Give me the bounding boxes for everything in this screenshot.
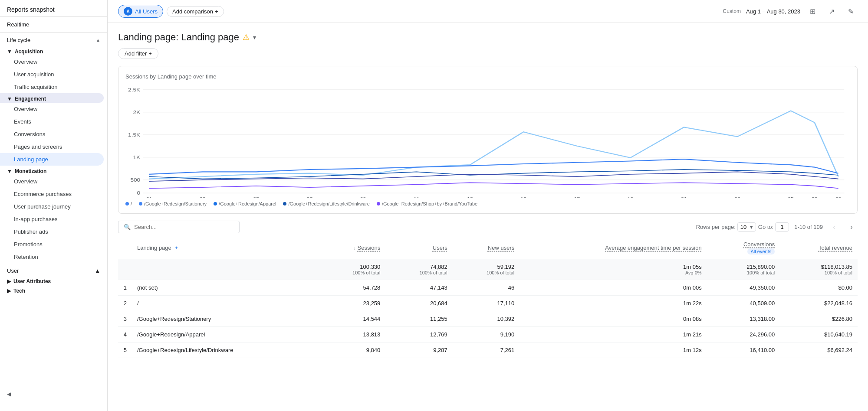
sidebar-realtime[interactable]: Realtime xyxy=(0,17,107,33)
filter-row: Add filter + xyxy=(118,48,858,59)
sidebar-item-inapp-purchases[interactable]: In-app purchases xyxy=(0,213,104,225)
page-title-text: Landing page: Landing page xyxy=(118,32,239,43)
tech-label: Tech xyxy=(13,288,25,294)
sidebar-item-conversions[interactable]: Conversions xyxy=(0,128,104,140)
all-users-chip[interactable]: A All Users xyxy=(118,5,163,18)
search-icon: 🔍 xyxy=(124,224,131,230)
customize-report-icon[interactable]: ⊞ xyxy=(806,4,819,18)
engagement-group[interactable]: ▼ Engagement xyxy=(0,93,104,103)
plus-icon: + xyxy=(215,8,218,15)
avatar: A xyxy=(124,7,132,16)
row-conversions: 16,410.00 xyxy=(707,342,780,358)
acquisition-label: Acquisition xyxy=(15,49,43,55)
rows-per-page-select[interactable]: 10 25 50 xyxy=(737,222,756,232)
user-section-label: User xyxy=(7,267,19,274)
row-new-users: 10,392 xyxy=(453,311,519,327)
share-icon[interactable]: ↗ xyxy=(825,4,838,18)
row-users: 11,255 xyxy=(385,311,452,327)
user-attributes-group[interactable]: ▶ User Attributes xyxy=(0,276,107,285)
column-plus-icon[interactable]: + xyxy=(174,245,178,251)
sidebar-item-traffic-acquisition[interactable]: Traffic acquisition xyxy=(0,81,104,93)
user-purchase-journey-label: User purchase journey xyxy=(14,203,71,210)
total-sessions-pct: 100% of total xyxy=(324,270,380,275)
sidebar-item-acquisition-overview[interactable]: Overview xyxy=(0,55,104,68)
table-controls: 🔍 Rows per page: 10 25 50 ▾ Go to: xyxy=(118,221,858,233)
svg-text:15: 15 xyxy=(520,196,526,198)
svg-text:13: 13 xyxy=(467,196,473,198)
collapse-button[interactable]: ◀ xyxy=(0,386,107,402)
row-landing-page: /Google+Redesign/Apparel xyxy=(132,327,319,342)
row-users: 12,769 xyxy=(385,327,452,342)
row-total-revenue: $6,692.24 xyxy=(780,342,858,358)
page-goto-input[interactable] xyxy=(775,222,789,232)
acquisition-group[interactable]: ▼ Acquisition xyxy=(0,46,107,55)
monetization-group[interactable]: ▼ Monetization xyxy=(0,166,107,175)
date-range[interactable]: Aug 1 – Aug 30, 2023 xyxy=(746,8,800,15)
topbar-left: A All Users Add comparison + xyxy=(118,5,224,18)
user-acquisition-label: User acquisition xyxy=(14,71,54,78)
row-avg-engagement: 0m 00s xyxy=(519,280,707,296)
tech-group[interactable]: ▶ Tech xyxy=(0,285,107,295)
svg-text:29: 29 xyxy=(835,196,842,198)
table-header-row: Landing page + ↓ Sessions Users New user… xyxy=(118,237,858,259)
row-new-users: 7,261 xyxy=(453,342,519,358)
total-new-users-pct: 100% of total xyxy=(458,270,514,275)
table-row: 1 (not set) 54,728 47,143 46 0m 00s 49,3… xyxy=(118,280,858,296)
add-filter-button[interactable]: Add filter + xyxy=(118,48,158,59)
title-dropdown-icon[interactable]: ▾ xyxy=(253,34,256,41)
row-avg-engagement: 1m 22s xyxy=(519,296,707,311)
search-box[interactable]: 🔍 xyxy=(118,221,240,233)
th-users[interactable]: Users xyxy=(385,237,452,259)
th-avg-engagement-label: Average engagement time per session xyxy=(605,245,701,251)
legend-label-drinkware: /Google+Redesign/Lifestyle/Drinkware xyxy=(288,201,369,206)
sidebar-item-events[interactable]: Events xyxy=(0,115,104,128)
th-new-users[interactable]: New users xyxy=(453,237,519,259)
chart-line-1 xyxy=(149,111,838,179)
user-section[interactable]: User ▲ xyxy=(0,263,107,276)
sidebar-item-user-acquisition[interactable]: User acquisition xyxy=(0,68,104,81)
th-new-users-label: New users xyxy=(488,245,514,251)
totals-row: 100,330 100% of total 74,882 100% of tot… xyxy=(118,259,858,280)
row-num: 2 xyxy=(118,296,132,311)
row-landing-page: (not set) xyxy=(132,280,319,296)
row-total-revenue: $0.00 xyxy=(780,280,858,296)
lifecycle-section[interactable]: Life cycle ▲ xyxy=(0,33,107,46)
sidebar-item-ecommerce[interactable]: Ecommerce purchases xyxy=(0,188,104,200)
topbar: A All Users Add comparison + Custom Aug … xyxy=(108,0,868,23)
inapp-purchases-label: In-app purchases xyxy=(14,216,57,222)
row-conversions: 13,318.00 xyxy=(707,311,780,327)
chart-line-5 xyxy=(149,183,838,188)
all-events-badge[interactable]: All events xyxy=(747,248,775,254)
sidebar-item-engagement-overview[interactable]: Overview xyxy=(0,103,104,115)
sidebar-item-monetization-overview[interactable]: Overview xyxy=(0,175,104,188)
pages-screens-label: Pages and screens xyxy=(14,144,62,150)
reports-snapshot-label: Reports snapshot xyxy=(7,6,55,13)
sidebar-item-pages-screens[interactable]: Pages and screens xyxy=(0,140,104,153)
retention-label: Retention xyxy=(14,254,38,260)
th-sessions[interactable]: ↓ Sessions xyxy=(319,237,385,259)
next-page-button[interactable]: › xyxy=(845,221,858,233)
add-comparison-button[interactable]: Add comparison + xyxy=(167,6,224,17)
user-attributes-expand-icon: ▶ xyxy=(7,278,11,284)
th-avg-engagement[interactable]: Average engagement time per session xyxy=(519,237,707,259)
total-new-users-value: 59,192 xyxy=(458,264,514,270)
avatar-letter: A xyxy=(126,9,129,14)
row-total-revenue: $226.80 xyxy=(780,311,858,327)
total-new-users: 59,192 100% of total xyxy=(453,259,519,280)
total-avg-engagement-value: 1m 05s xyxy=(525,264,701,270)
svg-text:2.5K: 2.5K xyxy=(128,88,141,93)
more-options-icon[interactable]: ✎ xyxy=(844,4,858,18)
search-input[interactable] xyxy=(134,224,234,230)
sidebar-item-landing-page[interactable]: Landing page xyxy=(0,153,104,166)
sidebar-item-user-purchase-journey[interactable]: User purchase journey xyxy=(0,200,104,213)
th-conversions[interactable]: Conversions All events xyxy=(707,237,780,259)
sidebar-item-promotions[interactable]: Promotions xyxy=(0,238,104,251)
svg-text:17: 17 xyxy=(574,196,580,198)
th-total-revenue[interactable]: Total revenue xyxy=(780,237,858,259)
svg-text:21: 21 xyxy=(681,196,687,198)
prev-page-button[interactable]: ‹ xyxy=(828,221,840,233)
sidebar-item-publisher-ads[interactable]: Publisher ads xyxy=(0,225,104,238)
page-title: Landing page: Landing page ⚠ ▾ xyxy=(118,32,256,43)
sidebar-item-retention[interactable]: Retention xyxy=(0,251,104,263)
row-conversions: 24,296.00 xyxy=(707,327,780,342)
